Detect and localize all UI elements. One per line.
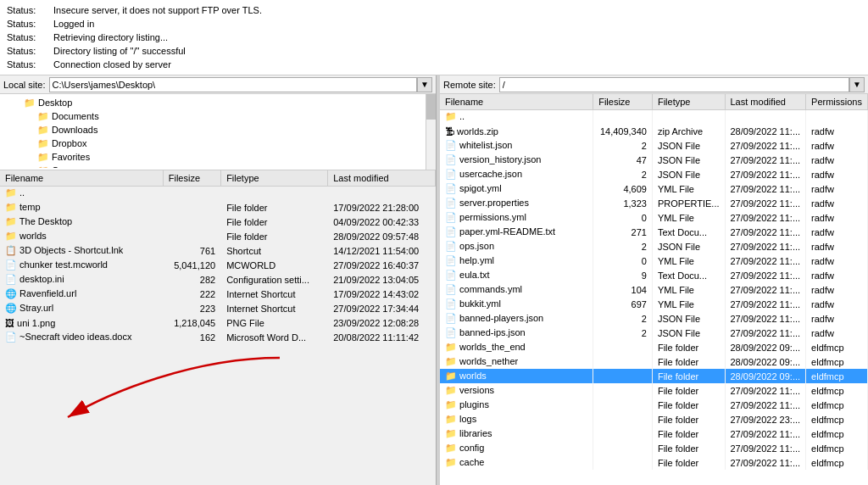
status-line-3: Status:Retrieving directory listing... (7, 31, 861, 44)
word-icon: 📄 (5, 332, 17, 342)
remote-file-row[interactable]: 📁 libraries File folder 27/09/2022 11:..… (440, 426, 868, 441)
col-filename-local[interactable]: Filename (0, 170, 163, 186)
local-tree: 📁 Desktop 📁 Documents 📁 Downloads 📁 Dro (0, 94, 436, 170)
remote-file-table-container: Filename Filesize Filetype Last modified… (440, 94, 868, 485)
remote-site-label-row: Remote site: ▼ (440, 75, 868, 94)
folder-icon: 📁 (5, 231, 17, 241)
remote-site-path-input[interactable] (499, 77, 849, 92)
image-icon: 🖼 (5, 318, 14, 328)
zip-icon: 🗜 (445, 126, 454, 137)
local-site-path-input[interactable] (49, 77, 417, 92)
remote-file-row[interactable]: 📄 banned-ips.json 2 JSON File 27/09/2022… (440, 326, 868, 340)
folder-download-icon: 📁 (37, 125, 49, 136)
remote-file-row[interactable]: 📄 usercache.json 2 JSON File 27/09/2022 … (440, 167, 868, 181)
folder-icon: 📁 (5, 202, 17, 212)
remote-file-row[interactable]: 📁 plugins File folder 27/09/2022 11:... … (440, 398, 868, 412)
local-file-row[interactable]: 📋 3D Objects - Shortcut.lnk 761 Shortcut… (0, 243, 436, 258)
remote-file-row[interactable]: 📄 commands.yml 104 YML File 27/09/2022 1… (440, 282, 868, 297)
remote-site-dropdown-btn[interactable]: ▼ (849, 77, 865, 92)
folder-icon: 📁 (445, 414, 457, 424)
folder-favorites-icon: 📁 (37, 152, 49, 163)
local-file-row[interactable]: 📁 temp File folder 17/09/2022 21:28:00 (0, 200, 436, 215)
file-icon: 📄 (445, 270, 457, 280)
col-filetype-local[interactable]: Filetype (221, 170, 328, 186)
file-icon: 📄 (445, 255, 457, 265)
remote-file-row[interactable]: 📄 ops.json 2 JSON File 27/09/2022 11:...… (440, 239, 868, 254)
remote-site-panel: Remote site: ▼ Filename Filesize Filetyp… (440, 75, 868, 485)
remote-file-row[interactable]: 📄 whitelist.json 2 JSON File 27/09/2022 … (440, 138, 868, 153)
local-file-area: Filename Filesize Filetype Last modified… (0, 170, 436, 485)
remote-file-row[interactable]: 📁 versions File folder 27/09/2022 11:...… (440, 383, 868, 398)
remote-file-row[interactable]: 📁 worlds_the_end File folder 28/09/2022 … (440, 340, 868, 354)
file-icon: 📄 (445, 169, 457, 179)
local-file-row[interactable]: 🌐 Ravenfield.url 222 Internet Shortcut 1… (0, 287, 436, 301)
col-filesize-remote[interactable]: Filesize (593, 94, 653, 109)
remote-file-row[interactable]: 📁 worlds File folder 28/09/2022 09:... e… (440, 369, 868, 383)
local-file-table-container: Filename Filesize Filetype Last modified… (0, 170, 436, 485)
file-icon: 📄 (445, 140, 457, 150)
folder-icon: 📁 (445, 356, 457, 366)
file-icon: 📄 (445, 313, 457, 323)
folder-icon: 📁 (445, 443, 457, 453)
folder-icon: 📁 (24, 98, 36, 109)
local-site-panel: Local site: ▼ 📁 Desktop 📁 Documents (0, 75, 437, 485)
tree-item-dropbox[interactable]: 📁 Dropbox (0, 137, 436, 150)
remote-file-row[interactable]: 📁 .. (440, 109, 868, 124)
col-filetype-remote[interactable]: Filetype (652, 94, 725, 109)
local-file-row[interactable]: 📁 worlds File folder 28/09/2022 09:57:48 (0, 229, 436, 243)
file-icon: 📄 (445, 226, 457, 237)
folder-icon: 📁 (445, 399, 457, 410)
col-filename-remote[interactable]: Filename (440, 94, 593, 109)
remote-file-row[interactable]: 📁 logs File folder 27/09/2022 23:... eld… (440, 412, 868, 426)
remote-file-row[interactable]: 📁 cache File folder 27/09/2022 11:... el… (440, 455, 868, 470)
folder-icon: 📁 (445, 111, 457, 121)
file-icon: 📄 (445, 241, 457, 251)
remote-file-row[interactable]: 📄 paper.yml-README.txt 271 Text Docu... … (440, 225, 868, 239)
remote-file-row[interactable]: 📄 version_history.json 47 JSON File 27/0… (440, 153, 868, 167)
folder-icon: 📁 (445, 385, 457, 395)
remote-file-row[interactable]: 🗜 worlds.zip 14,409,340 zip Archive 28/0… (440, 124, 868, 138)
remote-file-row[interactable]: 📁 config File folder 27/09/2022 11:... e… (440, 441, 868, 455)
local-file-row[interactable]: 📁 The Desktop File folder 04/09/2022 00:… (0, 215, 436, 229)
status-line-2: Status:Logged in (7, 17, 861, 31)
url-icon: 🌐 (5, 288, 17, 298)
remote-file-row[interactable]: 📄 banned-players.json 2 JSON File 27/09/… (440, 311, 868, 326)
remote-site-label: Remote site: (443, 80, 496, 90)
remote-file-row[interactable]: 📄 help.yml 0 YML File 27/09/2022 11:... … (440, 254, 868, 268)
local-file-row[interactable]: 📄 ~Snecraft video ideas.docx 162 Microso… (0, 330, 436, 344)
tree-item-desktop[interactable]: 📁 Desktop (0, 96, 436, 109)
remote-file-row[interactable]: 📄 server.properties 1,323 PROPERTIE... 2… (440, 196, 868, 210)
local-file-row[interactable]: 📄 desktop.ini 282 Configuration setti...… (0, 272, 436, 287)
folder-icon: 📁 (5, 216, 17, 226)
status-line-1: Status:Insecure server, it does not supp… (7, 3, 861, 17)
file-icon: 📄 (5, 274, 17, 284)
remote-file-row[interactable]: 📁 worlds_nether File folder 28/09/2022 0… (440, 354, 868, 369)
col-filesize-local[interactable]: Filesize (163, 170, 220, 186)
remote-file-row[interactable]: 📄 permissions.yml 0 YML File 27/09/2022 … (440, 210, 868, 225)
folder-icon: 📁 (445, 428, 457, 438)
tree-item-documents[interactable]: 📁 Documents (0, 109, 436, 123)
file-icon: 📄 (445, 198, 457, 208)
tree-item-downloads[interactable]: 📁 Downloads (0, 123, 436, 137)
file-icon: 📄 (445, 327, 457, 337)
folder-icon: 📁 (445, 371, 457, 381)
remote-file-row[interactable]: 📄 eula.txt 9 Text Docu... 27/09/2022 11:… (440, 268, 868, 282)
col-lastmod-local[interactable]: Last modified (328, 170, 436, 186)
tree-item-favorites[interactable]: 📁 Favorites (0, 150, 436, 164)
local-site-dropdown-btn[interactable]: ▼ (417, 77, 432, 92)
folder-icon: 📁 (37, 165, 49, 169)
col-perms-remote[interactable]: Permissions (806, 94, 868, 109)
file-icon: 📄 (5, 259, 17, 270)
col-lastmod-remote[interactable]: Last modified (725, 94, 806, 109)
remote-file-row[interactable]: 📄 bukkit.yml 697 YML File 27/09/2022 11:… (440, 297, 868, 311)
local-file-row[interactable]: 🌐 Stray.url 223 Internet Shortcut 27/09/… (0, 301, 436, 315)
file-icon: 📄 (445, 154, 457, 164)
tree-item-games[interactable]: 📁 Games (0, 164, 436, 168)
remote-file-row[interactable]: 📄 spigot.yml 4,609 YML File 27/09/2022 1… (440, 181, 868, 196)
status-line-5: Status:Connection closed by server (7, 58, 861, 71)
shortcut-icon: 📋 (5, 245, 17, 255)
local-file-row[interactable]: 🖼 uni 1.png 1,218,045 PNG File 23/09/202… (0, 315, 436, 330)
status-line-4: Status:Directory listing of "/" successf… (7, 44, 861, 58)
local-file-row[interactable]: 📄 chunker test.mcworld 5,041,120 MCWORLD… (0, 258, 436, 272)
local-file-row[interactable]: 📁 .. (0, 186, 436, 200)
